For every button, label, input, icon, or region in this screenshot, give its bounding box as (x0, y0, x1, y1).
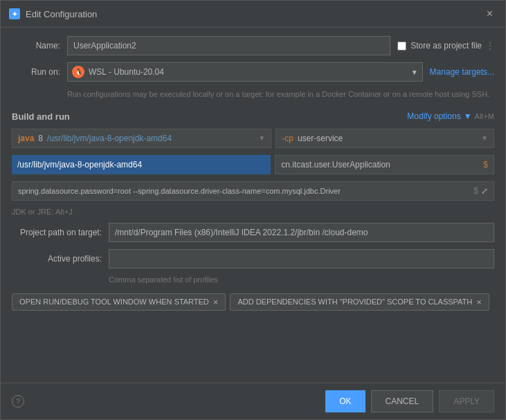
java-select[interactable]: java 8 /usr/lib/jvm/java-8-openjdk-amd64… (12, 129, 271, 148)
java-path: /usr/lib/jvm/java-8-openjdk-amd64 (47, 134, 172, 143)
title-bar-left: ✦ Edit Configuration (9, 8, 97, 19)
tag-open-run-debug-close[interactable]: × (213, 297, 219, 307)
cp-dropdown-arrow: ▼ (481, 134, 488, 142)
cp-flag: -cp (282, 134, 293, 143)
project-path-row: Project path on target: (12, 223, 494, 242)
run-on-label: Run on: (12, 67, 60, 77)
ok-button[interactable]: OK (325, 390, 365, 412)
tags-area: OPEN RUN/DEBUG TOOL WINDOW WHEN STARTED … (12, 293, 494, 311)
service-name: user-service (298, 134, 343, 143)
project-path-input[interactable] (109, 223, 494, 242)
modify-options-arrow: ▼ (464, 111, 472, 121)
args-row[interactable]: spring.datasource.password=root --spring… (12, 181, 494, 201)
cancel-button[interactable]: CANCEL (371, 390, 434, 412)
args-icons: $ ⤢ (473, 186, 488, 196)
active-profiles-row: Active profiles: (12, 249, 494, 268)
dialog-content: Name: Store as project file ⋮ Run on: 🐧 … (1, 28, 505, 383)
app-icon: ✦ (9, 8, 20, 19)
dialog-title: Edit Configuration (26, 9, 97, 19)
active-profiles-input[interactable] (109, 249, 494, 268)
class-name-text: cn.itcast.user.UserApplication (281, 160, 390, 170)
more-options-icon[interactable]: ⋮ (486, 41, 494, 51)
highlighted-path[interactable]: /usr/lib/jvm/java-8-openjdk-amd64 (12, 155, 271, 174)
java-cp-row: java 8 /usr/lib/jvm/java-8-openjdk-amd64… (12, 129, 494, 148)
tag-open-run-debug-label: OPEN RUN/DEBUG TOOL WINDOW WHEN STARTED (19, 298, 209, 306)
name-row: Name: Store as project file ⋮ (12, 36, 494, 55)
manage-targets-link[interactable]: Manage targets... (430, 67, 494, 77)
highlighted-path-text: /usr/lib/jvm/java-8-openjdk-amd64 (17, 160, 142, 170)
edit-configuration-dialog: ✦ Edit Configuration × Name: Store as pr… (0, 0, 506, 420)
wsl-label: WSL - Ubuntu-20.04 (89, 67, 407, 77)
modify-options-label: Modify options (407, 111, 460, 121)
build-run-title: Build and run (12, 111, 70, 122)
expand-args-icon[interactable]: ⤢ (481, 186, 488, 196)
path-class-row: /usr/lib/jvm/java-8-openjdk-amd64 cn.itc… (12, 155, 494, 174)
java-version: 8 (38, 134, 43, 143)
tag-add-dependencies[interactable]: ADD DEPENDENCIES WITH "PROVIDED" SCOPE T… (230, 293, 489, 311)
store-project-label: Store as project file (410, 41, 482, 51)
cp-select[interactable]: -cp user-service ▼ (275, 129, 494, 148)
project-path-label: Project path on target: (12, 228, 102, 237)
title-bar: ✦ Edit Configuration × (1, 1, 505, 28)
class-row[interactable]: cn.itcast.user.UserApplication $ (275, 155, 494, 174)
java-dropdown-arrow: ▼ (258, 134, 265, 142)
run-on-row: Run on: 🐧 WSL - Ubuntu-20.04 ▼ Manage ta… (12, 62, 494, 82)
footer-buttons: OK CANCEL APPLY (325, 390, 494, 412)
build-run-header: Build and run Modify options ▼ Alt+M (12, 111, 494, 122)
footer: ? OK CANCEL APPLY (1, 383, 505, 419)
footer-left: ? (12, 395, 24, 408)
dollar-args-icon: $ (473, 186, 478, 196)
args-text: spring.datasource.password=root --spring… (18, 187, 471, 195)
java-keyword: java (18, 134, 34, 143)
store-project-checkbox[interactable] (397, 42, 406, 51)
help-icon[interactable]: ? (12, 395, 24, 408)
jdk-hint: JDK or JRE: Alt+J (12, 208, 494, 216)
close-button[interactable]: × (482, 6, 497, 21)
wsl-select[interactable]: 🐧 WSL - Ubuntu-20.04 ▼ (67, 62, 423, 82)
tag-add-dependencies-label: ADD DEPENDENCIES WITH "PROVIDED" SCOPE T… (237, 298, 472, 306)
name-label: Name: (12, 41, 60, 51)
hint-text: Run configurations may be executed local… (67, 89, 494, 100)
dollar-icon: $ (483, 160, 488, 170)
name-input[interactable] (67, 36, 390, 55)
profiles-hint: Comma separated list of profiles (109, 275, 494, 284)
wsl-icon: 🐧 (72, 66, 84, 78)
store-project-container: Store as project file ⋮ (397, 41, 494, 51)
tag-open-run-debug[interactable]: OPEN RUN/DEBUG TOOL WINDOW WHEN STARTED … (12, 293, 226, 311)
tag-add-dependencies-close[interactable]: × (476, 297, 482, 307)
apply-button[interactable]: APPLY (439, 390, 494, 412)
modify-shortcut: Alt+M (475, 112, 494, 120)
wsl-dropdown-arrow: ▼ (407, 69, 422, 76)
active-profiles-label: Active profiles: (12, 254, 102, 264)
modify-options-button[interactable]: Modify options ▼ Alt+M (407, 111, 494, 121)
